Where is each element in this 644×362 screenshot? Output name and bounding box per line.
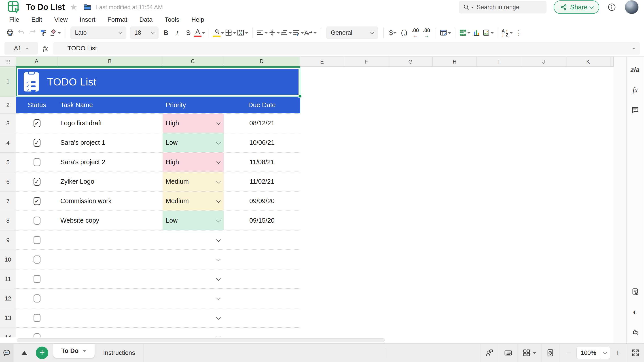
cell-name-box[interactable]: A1: [4, 42, 38, 55]
zoom-in-button[interactable]: +: [612, 348, 624, 357]
checkbox-checked-icon[interactable]: [34, 139, 40, 147]
status-cell[interactable]: [16, 269, 58, 288]
column-header-h[interactable]: H: [433, 57, 477, 67]
row-number-7[interactable]: 7: [0, 192, 16, 211]
favorite-star-icon[interactable]: ★: [70, 3, 77, 12]
vertical-scrollbar[interactable]: [614, 57, 626, 343]
column-header-partial[interactable]: [610, 57, 614, 67]
priority-cell[interactable]: Low: [162, 211, 224, 230]
sheet-tab-todo[interactable]: To Do: [53, 344, 94, 358]
column-header-b[interactable]: B: [58, 57, 162, 67]
row-number-6[interactable]: 6: [0, 172, 16, 192]
currency-format-button[interactable]: $: [387, 27, 398, 39]
collaborators-button[interactable]: [480, 344, 499, 362]
priority-dropdown-icon[interactable]: [216, 179, 221, 183]
text-rotate-button[interactable]: A: [304, 27, 317, 39]
formula-input[interactable]: TODO List: [53, 42, 640, 55]
due-date-cell[interactable]: [224, 328, 300, 337]
undo-button[interactable]: [16, 27, 27, 39]
column-header-i[interactable]: I: [477, 57, 521, 67]
search-options-caret-icon[interactable]: [471, 7, 474, 10]
font-size-select[interactable]: 18: [130, 27, 158, 39]
due-date-cell[interactable]: 09/09/20: [224, 192, 300, 211]
row-number-13[interactable]: 13: [0, 308, 16, 328]
priority-dropdown-icon[interactable]: [216, 276, 221, 281]
sheet-list-button[interactable]: [22, 348, 27, 355]
priority-dropdown-icon[interactable]: [216, 198, 221, 203]
status-cell[interactable]: [16, 133, 58, 152]
sheet-tab-instructions[interactable]: Instructions: [94, 349, 144, 356]
vertical-align-caret-icon[interactable]: [276, 32, 280, 35]
formula-expand-caret-icon[interactable]: [632, 48, 636, 51]
priority-cell[interactable]: [162, 230, 224, 249]
insert-image-caret-icon[interactable]: [490, 32, 494, 35]
priority-dropdown-icon[interactable]: [216, 121, 221, 125]
menu-file[interactable]: File: [3, 16, 25, 23]
text-wrap-caret-icon[interactable]: [301, 32, 304, 35]
menu-data[interactable]: Data: [133, 16, 158, 23]
insert-chart-button[interactable]: [471, 27, 482, 39]
comma-format-button[interactable]: (,): [398, 27, 410, 39]
status-cell[interactable]: [16, 192, 58, 211]
borders-button[interactable]: [224, 27, 236, 39]
feedback-button[interactable]: [630, 327, 640, 337]
header-status[interactable]: Status: [16, 97, 58, 113]
priority-cell[interactable]: [162, 250, 224, 269]
status-cell[interactable]: [16, 211, 58, 230]
folder-icon[interactable]: [83, 3, 92, 12]
italic-button[interactable]: I: [172, 27, 183, 39]
clear-format-caret-icon[interactable]: [58, 32, 61, 35]
tab-options-caret-icon[interactable]: [82, 350, 86, 354]
freeze-panes-button[interactable]: [518, 344, 541, 362]
checkbox-checked-icon[interactable]: [34, 197, 40, 205]
fullscreen-button[interactable]: [627, 344, 644, 362]
header-due-date[interactable]: Due Date: [224, 97, 300, 113]
virtual-keyboard-button[interactable]: [499, 344, 518, 362]
freeze-panes-caret-icon[interactable]: [533, 352, 536, 355]
search-input[interactable]: [477, 4, 539, 11]
status-cell[interactable]: [16, 250, 58, 269]
bold-button[interactable]: B: [160, 27, 172, 39]
task-name-cell[interactable]: [58, 269, 162, 288]
number-format-select[interactable]: General: [326, 27, 378, 39]
due-date-cell[interactable]: [224, 269, 300, 288]
merge-cells-button[interactable]: a: [236, 27, 249, 39]
print-button[interactable]: [4, 27, 16, 39]
priority-dropdown-icon[interactable]: [216, 335, 221, 337]
task-name-cell[interactable]: [58, 250, 162, 269]
decrease-decimal-button[interactable]: .00←: [410, 27, 421, 39]
text-rotate-caret-icon[interactable]: [314, 32, 317, 35]
task-name-cell[interactable]: Commission work: [58, 192, 162, 211]
discussions-button[interactable]: [0, 344, 14, 362]
status-cell[interactable]: [16, 172, 58, 191]
due-date-cell[interactable]: [224, 289, 300, 308]
task-name-cell[interactable]: Sara's project 1: [58, 133, 162, 152]
clear-format-button[interactable]: [49, 27, 61, 39]
functions-button[interactable]: fx: [630, 85, 640, 95]
priority-dropdown-icon[interactable]: [216, 218, 221, 222]
row-number-12[interactable]: 12: [0, 289, 16, 308]
row-number-14[interactable]: 14: [0, 328, 16, 337]
row-number-5[interactable]: 5: [0, 153, 16, 172]
search-box[interactable]: [459, 1, 546, 14]
priority-cell[interactable]: Medium: [162, 192, 224, 211]
zoom-level-select[interactable]: 100%: [576, 347, 610, 359]
select-all-corner[interactable]: [0, 57, 16, 67]
column-header-j[interactable]: J: [521, 57, 566, 67]
font-family-select[interactable]: Lato: [70, 27, 126, 39]
due-date-cell[interactable]: 09/15/20: [224, 211, 300, 230]
row-number-9[interactable]: 9: [0, 230, 16, 250]
status-cell[interactable]: [16, 153, 58, 172]
priority-cell[interactable]: [162, 328, 224, 337]
strikethrough-button[interactable]: S: [183, 27, 194, 39]
column-header-d[interactable]: D: [224, 57, 300, 67]
priority-cell[interactable]: [162, 308, 224, 327]
priority-dropdown-icon[interactable]: [216, 296, 221, 300]
currency-caret-icon[interactable]: [393, 32, 396, 35]
column-header-c[interactable]: C: [162, 57, 224, 67]
user-avatar[interactable]: [625, 0, 639, 14]
row-number-1[interactable]: 1: [0, 67, 16, 97]
checkbox-unchecked-icon[interactable]: [34, 333, 40, 338]
status-cell[interactable]: [16, 230, 58, 249]
header-task-name[interactable]: Task Name: [58, 97, 162, 113]
